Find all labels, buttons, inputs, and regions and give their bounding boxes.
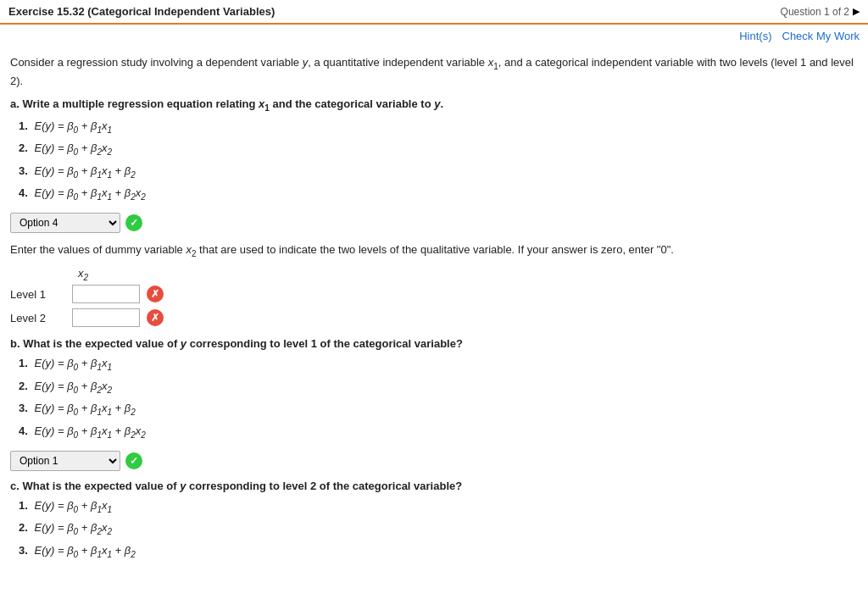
level2-label: Level 2 — [10, 312, 65, 324]
dummy-var-label: Enter the values of dummy variable x2 th… — [10, 241, 858, 260]
part-b-label: b. What is the expected value of y corre… — [10, 337, 858, 350]
part-a-option-4: 4. E(y) = β0 + β1x1 + β2x2 — [19, 185, 858, 204]
intro-text: Consider a regression study involving a … — [10, 54, 858, 89]
part-b-option-1: 1. E(y) = β0 + β1x1 — [19, 355, 858, 374]
level2-incorrect-icon: ✗ — [147, 309, 164, 326]
check-my-work-link[interactable]: Check My Work — [782, 30, 860, 42]
part-a-dropdown[interactable]: Option 1 Option 2 Option 3 Option 4 — [10, 213, 120, 233]
part-b-correct-icon: ✓ — [125, 452, 142, 469]
part-c-option-2: 2. E(y) = β0 + β2x2 — [19, 519, 858, 539]
level1-row: Level 1 ✗ — [10, 285, 858, 303]
part-a-option-1: 1. E(y) = β0 + β1x1 — [19, 118, 858, 137]
part-b-question: What is the expected value of y correspo… — [23, 337, 463, 350]
part-c-label: c. What is the expected value of y corre… — [10, 480, 858, 492]
part-c-options-list: 1. E(y) = β0 + β1x1 2. E(y) = β0 + β2x2 … — [10, 497, 858, 562]
part-a-options-list: 1. E(y) = β0 + β1x1 2. E(y) = β0 + β2x2 … — [10, 118, 858, 204]
part-a-label: a. Write a multiple regression equation … — [10, 97, 858, 113]
part-a-question: Write a multiple regression equation rel… — [22, 97, 443, 110]
main-content: Consider a regression study involving a … — [0, 47, 868, 576]
level2-input[interactable] — [72, 308, 140, 327]
hints-link[interactable]: Hint(s) — [739, 30, 771, 42]
part-a-option-3: 3. E(y) = β0 + β1x1 + β2 — [19, 163, 858, 182]
level1-input[interactable] — [72, 285, 140, 303]
top-links: Hint(s) Check My Work — [0, 25, 868, 47]
dummy-var-section: Enter the values of dummy variable x2 th… — [10, 241, 858, 327]
part-c-option-1: 1. E(y) = β0 + β1x1 — [19, 497, 858, 517]
part-a-option-2: 2. E(y) = β0 + β2x2 — [19, 140, 858, 159]
header-bar: Exercise 15.32 (Categorical Independent … — [0, 0, 868, 25]
part-b-dropdown[interactable]: Option 1 Option 2 Option 3 Option 4 — [10, 451, 120, 471]
part-b-option-3: 3. E(y) = β0 + β1x1 + β2 — [19, 400, 858, 419]
level1-incorrect-icon: ✗ — [147, 286, 164, 302]
question-nav: Question 1 of 2 ▶ — [781, 6, 860, 18]
part-c-question: What is the expected value of y correspo… — [22, 480, 462, 492]
part-a-answer-row: Option 1 Option 2 Option 3 Option 4 ✓ — [10, 213, 858, 233]
x2-column-header: x2 — [78, 267, 858, 282]
part-b-option-2: 2. E(y) = β0 + β2x2 — [19, 378, 858, 397]
exercise-title: Exercise 15.32 (Categorical Independent … — [8, 5, 275, 18]
part-a-correct-icon: ✓ — [125, 214, 142, 231]
part-b-options-list: 1. E(y) = β0 + β1x1 2. E(y) = β0 + β2x2 … — [10, 355, 858, 441]
level1-label: Level 1 — [10, 288, 65, 301]
level2-row: Level 2 ✗ — [10, 308, 858, 327]
part-b-option-4: 4. E(y) = β0 + β1x1 + β2x2 — [19, 423, 858, 442]
question-nav-text: Question 1 of 2 — [781, 6, 849, 18]
next-arrow-icon[interactable]: ▶ — [853, 6, 860, 17]
part-b-answer-row: Option 1 Option 2 Option 3 Option 4 ✓ — [10, 451, 858, 471]
part-c-option-3: 3. E(y) = β0 + β1x1 + β2 — [19, 542, 858, 562]
